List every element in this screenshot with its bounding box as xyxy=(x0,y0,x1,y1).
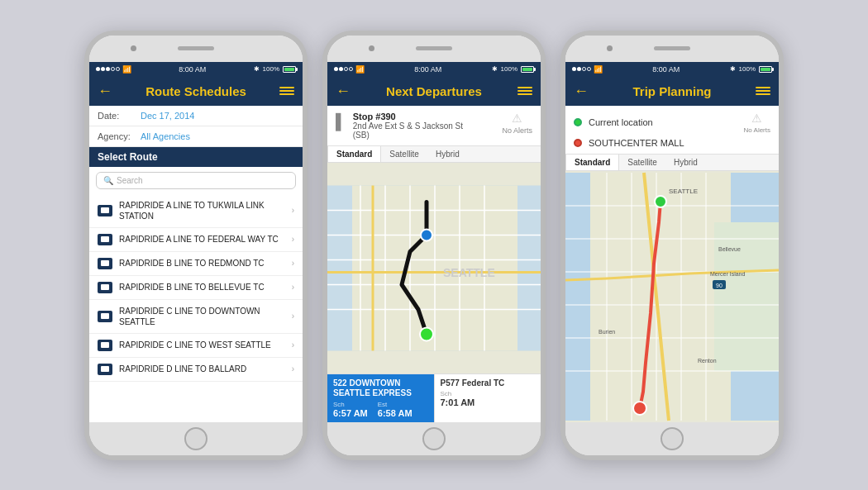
status-left: 📶 xyxy=(334,65,365,74)
svg-rect-14 xyxy=(107,319,108,321)
battery-icon xyxy=(521,66,534,73)
signal-dots xyxy=(334,67,353,71)
chevron-right-icon: › xyxy=(292,283,294,292)
header-title: Route Schedules xyxy=(112,84,279,98)
signal-dot-3 xyxy=(106,67,110,71)
signal-dot-1 xyxy=(96,67,100,71)
alerts-badge[interactable]: ⚠ No Alerts xyxy=(744,112,770,134)
svg-rect-17 xyxy=(107,348,108,350)
date-value[interactable]: Dec 17, 2014 xyxy=(141,111,194,121)
route-list-item[interactable]: RAPIDRIDE B LINE TO REDMOND TC › xyxy=(89,252,303,276)
menu-button[interactable] xyxy=(279,87,294,95)
status-left: 📶 xyxy=(572,65,603,74)
battery-icon xyxy=(283,66,296,73)
svg-rect-12 xyxy=(101,313,109,319)
svg-rect-13 xyxy=(102,319,103,321)
menu-line-2 xyxy=(279,90,294,92)
svg-text:Burien: Burien xyxy=(599,329,615,335)
departure-card-1[interactable]: 522 DOWNTOWN SEATTLE EXPRESS Sch 6:57 AM… xyxy=(327,374,434,422)
speaker xyxy=(178,46,214,50)
tab-standard[interactable]: Standard xyxy=(327,146,381,162)
from-location-text[interactable]: Current location xyxy=(589,117,737,127)
dep-times-1: Sch 6:57 AM Est 6:58 AM xyxy=(333,401,428,418)
header-title: Trip Planning xyxy=(589,84,756,98)
svg-text:SEATTLE: SEATTLE xyxy=(443,265,495,278)
svg-rect-16 xyxy=(102,348,103,350)
chevron-right-icon: › xyxy=(292,364,294,373)
departure-card-2[interactable]: P577 Federal TC Sch 7:01 AM xyxy=(434,374,541,422)
speaker xyxy=(654,46,690,50)
route-label: RAPIDRIDE B LINE TO REDMOND TC xyxy=(119,258,285,269)
tab-hybrid[interactable]: Hybrid xyxy=(427,146,468,162)
route-list-item[interactable]: RAPIDRIDE C LINE TO WEST SEATTLE › xyxy=(89,334,303,358)
map-tabs: Standard Satellite Hybrid xyxy=(327,146,541,163)
menu-button[interactable] xyxy=(756,87,770,95)
chevron-right-icon: › xyxy=(292,235,294,244)
svg-text:Mercer Island: Mercer Island xyxy=(710,271,746,277)
tab-hybrid[interactable]: Hybrid xyxy=(665,155,706,170)
home-button[interactable] xyxy=(184,427,207,450)
route-list-item[interactable]: RAPIDRIDE A LINE TO FEDERAL WAY TC › xyxy=(89,228,303,252)
svg-rect-9 xyxy=(101,284,109,290)
dep-route-1: 522 DOWNTOWN SEATTLE EXPRESS xyxy=(333,378,428,398)
select-route-header: Select Route xyxy=(89,147,303,167)
menu-button[interactable] xyxy=(517,87,532,95)
bus-icon xyxy=(98,205,112,216)
route-list-item[interactable]: RAPIDRIDE A LINE TO TUKWILA LINK STATION… xyxy=(89,194,303,228)
phone-route-schedules: 📶 8:00 AM ✱ 100% ← Route Schedules Date:… xyxy=(84,31,308,460)
screen: 📶 8:00 AM ✱ 100% ← Route Schedules Date:… xyxy=(89,62,303,422)
trip-locations: Current location ⚠ No Alerts SOUTHCENTER… xyxy=(565,106,779,155)
app-header: ← Route Schedules xyxy=(89,77,303,106)
svg-rect-15 xyxy=(101,342,109,348)
tab-satellite[interactable]: Satellite xyxy=(381,146,427,162)
front-camera xyxy=(369,45,374,51)
status-bar: 📶 8:00 AM ✱ 100% xyxy=(565,62,779,77)
alerts-badge[interactable]: ⚠ No Alerts xyxy=(502,112,532,135)
route-label: RAPIDRIDE C LINE TO WEST SEATTLE xyxy=(119,340,285,350)
signal-dot-4 xyxy=(111,67,115,71)
signal-dot-5 xyxy=(116,67,120,71)
route-list-item[interactable]: RAPIDRIDE B LINE TO BELLEVUE TC › xyxy=(89,276,303,300)
home-button[interactable] xyxy=(422,427,446,450)
map-svg: SEATTLE Bellevue Mercer Island Burien Re… xyxy=(565,171,779,422)
back-button[interactable]: ← xyxy=(98,83,112,100)
agency-value[interactable]: All Agencies xyxy=(141,131,190,141)
to-location-dot xyxy=(574,139,582,147)
svg-rect-1 xyxy=(102,213,103,215)
status-right: ✱ 100% xyxy=(730,65,772,73)
status-right: ✱ 100% xyxy=(254,65,296,73)
screen: 📶 8:00 AM ✱ 100% ← Next Departures ▌ Sto… xyxy=(327,62,541,422)
map-svg: SEATTLE xyxy=(327,163,541,373)
phone-trip-planning: 📶 8:00 AM ✱ 100% ← Trip Planning Current… xyxy=(560,31,784,460)
tab-standard[interactable]: Standard xyxy=(565,155,619,170)
to-location-text[interactable]: SOUTHCENTER MALL xyxy=(589,138,770,148)
header-title: Next Departures xyxy=(351,84,517,98)
svg-rect-19 xyxy=(102,372,103,373)
svg-rect-8 xyxy=(107,266,108,268)
bus-icon xyxy=(98,311,112,322)
svg-rect-5 xyxy=(107,242,108,244)
route-list-item[interactable]: RAPIDRIDE D LINE TO BALLARD › xyxy=(89,358,303,382)
phone-top-bezel xyxy=(327,36,541,62)
search-bar[interactable]: 🔍 Search xyxy=(96,172,296,189)
svg-rect-10 xyxy=(102,290,103,292)
chevron-right-icon: › xyxy=(292,312,294,321)
dep-sch-1: Sch 6:57 AM xyxy=(333,401,368,418)
back-button[interactable]: ← xyxy=(336,83,351,100)
signal-dots xyxy=(572,67,591,71)
departure-bottom: 522 DOWNTOWN SEATTLE EXPRESS Sch 6:57 AM… xyxy=(327,373,541,422)
front-camera xyxy=(607,45,613,51)
chevron-right-icon: › xyxy=(292,206,294,215)
bus-icon xyxy=(98,282,112,293)
home-button[interactable] xyxy=(661,427,684,450)
battery-percent: 100% xyxy=(263,65,279,73)
svg-text:Bellevue: Bellevue xyxy=(718,246,741,252)
tab-satellite[interactable]: Satellite xyxy=(619,155,665,170)
signal-dot-2 xyxy=(101,67,105,71)
bluetooth-icon: ✱ xyxy=(254,65,260,73)
back-button[interactable]: ← xyxy=(574,83,589,100)
chevron-right-icon: › xyxy=(292,340,294,350)
phone-next-departures: 📶 8:00 AM ✱ 100% ← Next Departures ▌ Sto… xyxy=(322,31,546,460)
route-list-item[interactable]: RAPIDRIDE C LINE TO DOWNTOWN SEATTLE › xyxy=(89,300,303,334)
chevron-right-icon: › xyxy=(292,259,294,268)
